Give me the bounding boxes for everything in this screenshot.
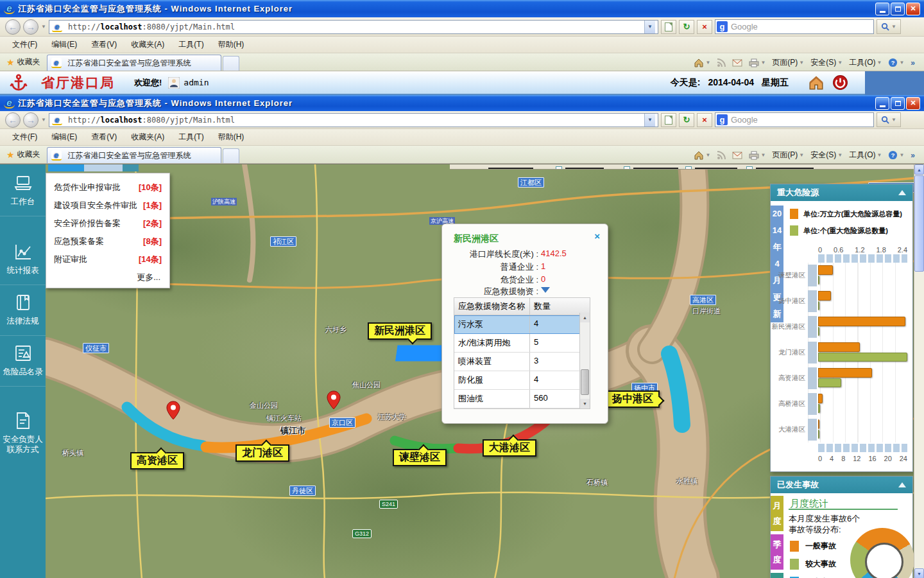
table-scrollbar[interactable]: ▲ ▼ — [579, 313, 590, 408]
menu-item[interactable]: 帮助(H) — [212, 37, 250, 52]
accident-tab-1[interactable]: 月度 — [771, 496, 783, 531]
menu-item[interactable]: 工具(T) — [173, 37, 209, 52]
bar-count[interactable] — [818, 327, 819, 336]
logout-power-icon[interactable] — [832, 74, 848, 91]
mail-button[interactable] — [732, 152, 742, 159]
window-titlebar[interactable]: e 江苏省港口安全监管与应急管理系统 - Windows Internet Ex… — [0, 95, 924, 111]
search-button[interactable]: ▼ — [877, 19, 901, 34]
close-button[interactable]: ✕ — [906, 3, 920, 15]
table-row[interactable]: 污水泵4 — [454, 315, 590, 334]
home-button[interactable]: ▼ — [694, 150, 710, 160]
map-layer-filter-bar-clipped[interactable] — [450, 164, 914, 170]
help-button[interactable]: ?▼ — [888, 58, 904, 67]
tools-menu[interactable]: 工具(O)▼ — [849, 57, 882, 68]
map-pin-gaozi[interactable] — [166, 401, 181, 420]
search-button[interactable]: ▼ — [877, 112, 901, 127]
stop-button[interactable]: × — [697, 20, 712, 34]
print-button[interactable]: ▼ — [749, 151, 766, 160]
port-callout-label[interactable]: 扬中港区 — [606, 390, 660, 408]
table-row[interactable]: 围油缆560 — [454, 390, 590, 408]
url-field[interactable]: e http://localhost:8080/yjpt/Main.html ▼ — [49, 113, 658, 127]
collapse-triangle-icon[interactable] — [898, 478, 906, 487]
menu-item[interactable]: 查看(V) — [85, 130, 123, 144]
map-scrollbar[interactable]: ▲ ▼ — [914, 164, 924, 578]
favorites-button[interactable]: ★收藏夹 — [4, 54, 47, 71]
port-callout-label[interactable]: 大港港区 — [483, 439, 536, 457]
mail-button[interactable] — [732, 59, 742, 67]
back-button[interactable]: ← — [5, 19, 21, 35]
menu-item[interactable]: 文件(F) — [6, 37, 43, 52]
print-button[interactable]: ▼ — [749, 58, 766, 67]
sidebar-item-hazard-list[interactable]: 危险品名录 — [0, 336, 46, 387]
browser-tab[interactable]: e 江苏省港口安全监管与应急管理系统 — [47, 147, 221, 163]
compatibility-view-button[interactable] — [661, 113, 676, 127]
panel-header[interactable]: 重大危险源 — [771, 184, 912, 201]
refresh-button[interactable]: ↻ — [679, 20, 694, 34]
bar-capacity[interactable] — [818, 291, 831, 301]
forward-button[interactable]: → — [23, 112, 38, 128]
popup-close-icon[interactable]: × — [594, 232, 600, 241]
sidebar-item-reports[interactable]: 统计报表 — [0, 234, 46, 285]
safety-menu[interactable]: 安全(S)▼ — [810, 57, 843, 68]
feeds-button[interactable] — [717, 151, 726, 160]
favorites-button[interactable]: ★收藏夹 — [4, 146, 47, 163]
accident-tab-2[interactable]: 季度 — [771, 534, 783, 570]
menu-item[interactable]: 文件(F) — [6, 130, 43, 144]
satellite-map[interactable]: 江都区泰州市大德园区扬州市祁江区高港区口岸街道六圩乡仪征市扬中市京口区镇江市镇江… — [46, 164, 924, 578]
home-shortcut-icon[interactable] — [808, 75, 825, 91]
port-callout-label[interactable]: 新民洲港区 — [368, 322, 432, 340]
menu-item[interactable]: 建设项目安全条件审批[1条] — [46, 197, 169, 215]
url-dropdown-caret[interactable]: ▼ — [644, 21, 655, 33]
sidebar-item-laws[interactable]: 法律法规 — [0, 285, 46, 336]
menu-item[interactable]: 工具(T) — [173, 130, 209, 144]
bar-count[interactable] — [818, 276, 819, 285]
collapse-triangle-icon[interactable] — [898, 186, 906, 195]
accident-tab-3[interactable]: 年度 — [771, 573, 783, 578]
url-field[interactable]: e http://localhost:8080/yjpt/Main.html ▼ — [49, 20, 658, 34]
menu-item[interactable]: 收藏夹(A) — [125, 130, 170, 144]
bar-capacity[interactable] — [818, 342, 860, 352]
menu-item[interactable]: 危货作业申报审批[10条] — [46, 179, 169, 197]
bar-capacity[interactable] — [818, 394, 823, 403]
browser-tab[interactable]: e 江苏省港口安全监管与应急管理系统 — [47, 55, 221, 71]
help-button[interactable]: ?▼ — [888, 150, 904, 160]
menu-item[interactable]: 收藏夹(A) — [125, 37, 170, 52]
bar-capacity[interactable] — [818, 419, 819, 429]
feeds-button[interactable] — [717, 58, 726, 67]
bar-capacity[interactable] — [818, 368, 872, 378]
menu-item-more[interactable]: 更多... — [46, 268, 169, 285]
panel-header[interactable]: 已发生事故 — [771, 477, 912, 493]
close-button[interactable]: ✕ — [906, 97, 920, 110]
table-row[interactable]: 防化服4 — [454, 371, 590, 390]
nav-tab-clipped[interactable] — [84, 164, 123, 171]
table-row[interactable]: 喷淋装置3 — [454, 353, 590, 371]
map-pin-jingkou[interactable] — [326, 390, 341, 410]
menu-item[interactable]: 应急预案备案[8条] — [46, 232, 169, 250]
bar-count[interactable] — [818, 430, 819, 439]
sidebar-item-safety-contacts[interactable]: 安全负责人联系方式 — [0, 403, 46, 464]
page-menu[interactable]: 页面(P)▼ — [772, 150, 804, 161]
menu-item[interactable]: 附证审批[14条] — [46, 250, 169, 268]
new-tab-button[interactable] — [223, 56, 239, 71]
safety-menu[interactable]: 安全(S)▼ — [810, 150, 843, 161]
back-button[interactable]: ← — [5, 112, 21, 128]
refresh-button[interactable]: ↻ — [679, 113, 694, 127]
compatibility-view-button[interactable] — [661, 20, 676, 34]
bar-count[interactable] — [818, 378, 841, 387]
overflow-chevron[interactable]: » — [911, 58, 915, 67]
bar-count[interactable] — [818, 404, 820, 413]
menu-item[interactable]: 查看(V) — [85, 37, 123, 52]
restore-button[interactable] — [891, 97, 905, 110]
table-row[interactable]: 水/泡沫两用炮5 — [454, 334, 590, 353]
overflow-chevron[interactable]: » — [911, 151, 915, 160]
port-callout-label[interactable]: 高资港区 — [130, 452, 184, 469]
sidebar-item-workbench[interactable]: 工作台 — [0, 166, 46, 216]
home-button[interactable]: ▼ — [694, 58, 710, 67]
menu-item[interactable]: 帮助(H) — [212, 130, 250, 144]
nav-tab-clipped-2[interactable] — [123, 164, 139, 171]
url-dropdown-caret[interactable]: ▼ — [644, 114, 655, 127]
bar-capacity[interactable] — [818, 265, 833, 275]
page-menu[interactable]: 页面(P)▼ — [772, 57, 804, 68]
menu-item[interactable]: 编辑(E) — [46, 130, 83, 144]
window-titlebar[interactable]: e 江苏省港口安全监管与应急管理系统 - Windows Internet Ex… — [0, 0, 924, 17]
